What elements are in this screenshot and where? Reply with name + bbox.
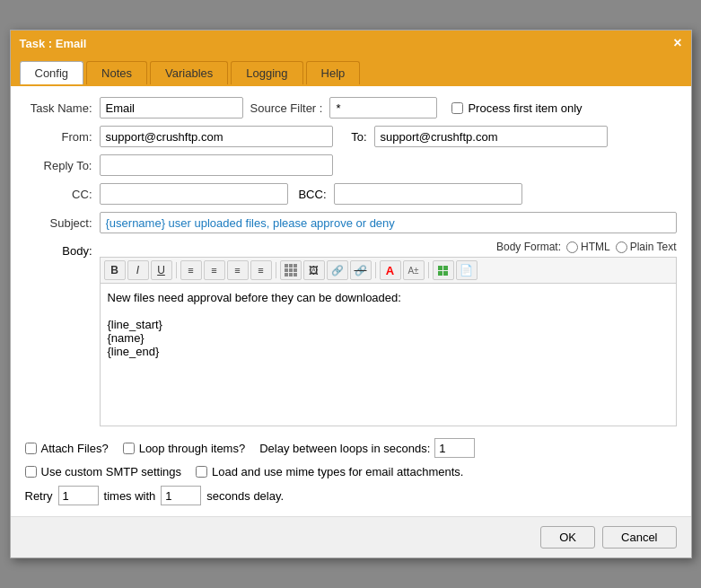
- dialog-footer: OK Cancel: [11, 516, 691, 557]
- subject-row: Subject:: [25, 212, 677, 233]
- to-label: To:: [340, 130, 367, 144]
- custom-smtp-label: Use custom SMTP settings: [41, 465, 182, 478]
- italic-button[interactable]: I: [127, 260, 149, 280]
- from-label: From:: [25, 130, 92, 144]
- source-filter-input[interactable]: [329, 97, 437, 118]
- from-to-row: From: To:: [25, 126, 677, 147]
- attach-files-checkbox[interactable]: [25, 443, 37, 454]
- attach-files-label: Attach Files?: [41, 442, 109, 455]
- cc-input[interactable]: [100, 183, 288, 205]
- cc-bcc-row: CC: BCC:: [25, 183, 677, 205]
- times-with-label: times with: [104, 489, 156, 503]
- retry-value-input[interactable]: [58, 486, 99, 505]
- tab-bar: Config Notes Variables Logging Help: [11, 56, 691, 84]
- body-content-area: Body Format: HTML Plain Text B I U: [100, 241, 677, 429]
- body-format-row: Body Format: HTML Plain Text: [100, 241, 677, 253]
- body-section: Body: Body Format: HTML Plain Text: [25, 241, 677, 429]
- delay-label: Delay between loops in seconds:: [259, 442, 430, 455]
- grid-button[interactable]: [280, 260, 302, 280]
- process-first-checkbox[interactable]: [451, 102, 463, 114]
- link-button[interactable]: 🔗: [327, 260, 348, 280]
- font-size-icon: A±: [407, 266, 418, 276]
- dialog-content: Task Name: Source Filter : Process first…: [11, 84, 691, 516]
- tab-variables[interactable]: Variables: [150, 61, 228, 84]
- close-button[interactable]: ×: [673, 36, 681, 50]
- from-input[interactable]: [100, 126, 333, 147]
- mime-types-option: Load and use mime types for email attach…: [196, 465, 463, 478]
- dialog-titlebar: Task : Email ×: [11, 31, 691, 56]
- times-with-input[interactable]: [161, 486, 201, 505]
- bold-button[interactable]: B: [104, 260, 126, 280]
- source-icon: 📄: [460, 264, 473, 276]
- custom-smtp-checkbox[interactable]: [25, 466, 37, 478]
- options-row-1: Attach Files? Loop through items? Delay …: [25, 438, 677, 458]
- custom-smtp-option: Use custom SMTP settings: [25, 465, 182, 478]
- body-label: Body:: [25, 241, 92, 258]
- tab-help[interactable]: Help: [306, 61, 361, 84]
- delay-input[interactable]: [434, 438, 475, 458]
- dialog-title: Task : Email: [20, 37, 87, 50]
- source-button[interactable]: 📄: [456, 260, 478, 280]
- image-button[interactable]: 🖼: [303, 260, 325, 280]
- html-radio[interactable]: [566, 241, 578, 253]
- cc-label: CC:: [25, 188, 92, 201]
- grid-icon: [285, 264, 297, 276]
- underline-button[interactable]: U: [151, 260, 172, 280]
- retry-row: Retry times with seconds delay.: [25, 486, 677, 505]
- font-color-button[interactable]: A: [380, 260, 401, 280]
- delay-option: Delay between loops in seconds:: [259, 438, 475, 458]
- plain-text-radio[interactable]: [616, 241, 627, 253]
- loop-through-option: Loop through items?: [123, 442, 246, 455]
- loop-through-label: Loop through items?: [139, 442, 246, 455]
- toolbar-sep-4: [428, 262, 429, 278]
- unlink-button[interactable]: 🔗: [350, 260, 372, 280]
- body-editor[interactable]: New files need approval before they can …: [100, 283, 677, 426]
- reply-to-label: Reply To:: [25, 159, 92, 172]
- ok-button[interactable]: OK: [540, 526, 595, 549]
- task-name-input[interactable]: [100, 97, 243, 118]
- toolbar-sep-1: [176, 262, 177, 278]
- tab-config[interactable]: Config: [20, 61, 84, 84]
- seconds-delay-label: seconds delay.: [206, 489, 284, 503]
- source-filter-label: Source Filter :: [250, 101, 323, 115]
- tab-notes[interactable]: Notes: [86, 61, 147, 84]
- editor-toolbar: B I U ≡ ≡ ≡ ≡ �: [100, 257, 677, 283]
- html-radio-label: HTML: [566, 241, 610, 253]
- justify-button[interactable]: ≡: [250, 260, 272, 280]
- body-format-label: Body Format:: [496, 241, 561, 253]
- reply-to-input[interactable]: [100, 154, 333, 176]
- font-color-icon: A: [386, 264, 394, 277]
- options-section: Attach Files? Loop through items? Delay …: [25, 438, 677, 505]
- bcc-label: BCC:: [295, 188, 327, 201]
- plain-text-radio-label: Plain Text: [616, 241, 677, 253]
- task-name-row: Task Name: Source Filter : Process first…: [25, 97, 677, 118]
- toolbar-sep-2: [276, 262, 276, 278]
- align-center-button[interactable]: ≡: [204, 260, 225, 280]
- bcc-input[interactable]: [334, 183, 522, 205]
- tab-logging[interactable]: Logging: [231, 61, 302, 84]
- retry-label: Retry: [25, 489, 53, 503]
- process-first-row: Process first item only: [451, 101, 582, 115]
- task-name-label: Task Name:: [25, 101, 92, 115]
- to-input[interactable]: [374, 126, 608, 147]
- reply-to-row: Reply To:: [25, 154, 677, 176]
- options-row-2: Use custom SMTP settings Load and use mi…: [25, 465, 677, 478]
- subject-input[interactable]: [100, 212, 677, 233]
- process-first-label: Process first item only: [468, 101, 582, 115]
- align-right-button[interactable]: ≡: [227, 260, 249, 280]
- toolbar-sep-3: [375, 262, 376, 278]
- html-label-text: HTML: [581, 241, 610, 253]
- font-size-button[interactable]: A±: [403, 260, 425, 280]
- email-task-dialog: Task : Email × Config Notes Variables Lo…: [10, 30, 692, 558]
- mime-types-checkbox[interactable]: [196, 466, 207, 478]
- table-button[interactable]: [433, 260, 454, 280]
- mime-types-label: Load and use mime types for email attach…: [212, 465, 463, 478]
- align-left-button[interactable]: ≡: [180, 260, 202, 280]
- subject-label: Subject:: [25, 216, 92, 230]
- loop-through-checkbox[interactable]: [123, 443, 135, 454]
- cancel-button[interactable]: Cancel: [602, 526, 676, 549]
- table-icon: [438, 266, 448, 276]
- attach-files-option: Attach Files?: [25, 442, 109, 455]
- plain-text-label-text: Plain Text: [630, 241, 677, 253]
